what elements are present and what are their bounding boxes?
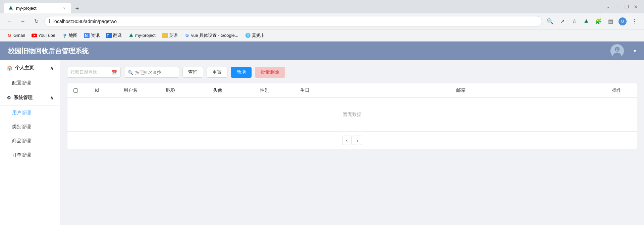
new-tab-button[interactable]: + — [72, 4, 82, 13]
vue-settings-icon: G — [184, 33, 190, 38]
query-button[interactable]: 查询 — [182, 67, 203, 78]
sidebar-home-chevron: ∧ — [50, 65, 53, 71]
svg-text:T: T — [107, 33, 109, 37]
bookmark-youtube[interactable]: YouTube — [29, 31, 58, 40]
menu-button[interactable]: ⋮ — [629, 16, 640, 27]
window-maximize-button[interactable]: ❐ — [623, 3, 631, 11]
sidebar-product-mgmt-label: 商品管理 — [12, 138, 31, 143]
bookmark-monica-label: 莫妮卡 — [252, 32, 265, 39]
sidebar-item-product-mgmt[interactable]: 商品管理 — [0, 134, 60, 148]
add-button[interactable]: 新增 — [231, 67, 252, 78]
select-all-checkbox[interactable] — [73, 88, 78, 93]
app-header: 校园旧物回收后台管理系统 ▾ — [0, 42, 644, 60]
data-table: id 用户名 昵称 头像 性别 生日 邮箱 操作 暂无数据 ‹ › — [67, 83, 637, 149]
bookmark-vue-settings-label: vue 具体设置 - Google... — [191, 32, 238, 39]
reset-button[interactable]: 重置 — [207, 67, 227, 78]
bookmark-maps-label: 地图 — [69, 32, 77, 39]
col-nickname: 昵称 — [151, 87, 191, 93]
col-birthday: 生日 — [285, 87, 325, 93]
window-minimize-button[interactable]: − — [613, 3, 621, 11]
youtube-icon — [32, 33, 37, 38]
sidebar-config[interactable]: 配置管理 — [0, 76, 60, 90]
bookmark-translate-label: 翻译 — [113, 32, 122, 39]
date-search-placeholder: 按照日期查找 — [71, 69, 97, 75]
header-avatar[interactable] — [610, 44, 624, 58]
table-body: 暂无数据 — [67, 98, 637, 131]
bookmark-myproject-label: my-project — [135, 33, 156, 38]
batch-delete-button[interactable]: 批量删除 — [255, 67, 285, 78]
header-dropdown-button[interactable]: ▾ — [634, 48, 636, 54]
sidebar-system[interactable]: ⚙ 系统管理 ∧ — [0, 90, 60, 106]
browser-tab[interactable]: my-project × — [4, 3, 71, 13]
col-username: 用户名 — [110, 87, 151, 93]
maps-icon — [62, 33, 67, 38]
svg-rect-14 — [162, 33, 168, 38]
next-page-button[interactable]: › — [353, 136, 362, 145]
sidebar-home[interactable]: 🏠 个人主页 ∧ — [0, 60, 60, 76]
sidebar-item-category-mgmt[interactable]: 类别管理 — [0, 120, 60, 134]
profile-button[interactable]: U — [617, 16, 628, 27]
bookmarks-bar: G Gmail YouTube 地图 N 资讯 — [0, 29, 644, 42]
svg-text:N: N — [85, 33, 88, 37]
bookmark-vue-settings[interactable]: G vue 具体设置 - Google... — [182, 31, 241, 40]
empty-text: 暂无数据 — [329, 98, 375, 131]
url-text: localhost:8080/admin/pagetwo — [53, 19, 117, 24]
sidebar: 🏠 个人主页 ∧ 配置管理 ⚙ 系统管理 ∧ 用户管理 — [0, 60, 60, 225]
tab-close-button[interactable]: × — [62, 5, 67, 11]
name-search-field[interactable] — [135, 70, 175, 75]
pagination: ‹ › — [67, 131, 637, 149]
svg-point-7 — [64, 34, 65, 35]
gmail-icon: G — [7, 33, 12, 38]
forward-button[interactable]: → — [17, 16, 28, 27]
sidebar-item-user-mgmt[interactable]: 用户管理 — [0, 106, 60, 120]
bookmark-news-label: 资讯 — [91, 32, 100, 39]
search-button[interactable]: 🔍 — [545, 16, 555, 27]
table-header: id 用户名 昵称 头像 性别 生日 邮箱 操作 — [67, 83, 637, 98]
bookmark-youtube-label: YouTube — [38, 33, 55, 38]
bookmark-gmail-label: Gmail — [13, 33, 25, 38]
myproject-icon — [128, 33, 134, 38]
sidebar-config-label: 配置管理 — [12, 80, 31, 85]
bookmark-english[interactable]: 英语 — [160, 31, 180, 40]
extensions-button[interactable]: 🧩 — [593, 16, 604, 27]
share-button[interactable]: ↗ — [557, 16, 568, 27]
svg-point-18 — [616, 49, 616, 49]
bookmark-translate[interactable]: T 翻译 — [104, 31, 124, 40]
sidebar-order-mgmt-label: 订单管理 — [12, 152, 31, 157]
translate-icon: T — [106, 33, 112, 38]
app-title: 校园旧物回收后台管理系统 — [8, 47, 89, 56]
bookmark-monica[interactable]: 🌐 莫妮卡 — [243, 31, 268, 40]
sidebar-user-mgmt-label: 用户管理 — [12, 110, 31, 115]
back-button[interactable]: ← — [4, 16, 15, 27]
col-gender: 性别 — [245, 87, 285, 93]
security-icon: ℹ — [49, 18, 51, 24]
bookmark-english-label: 英语 — [169, 32, 178, 39]
date-search-input[interactable]: 按照日期查找 📅 — [67, 67, 121, 78]
tab-favicon — [8, 5, 13, 11]
address-bar[interactable]: ℹ localhost:8080/admin/pagetwo — [44, 16, 542, 27]
sidebar-toggle-button[interactable]: ▤ — [605, 16, 616, 27]
bookmark-gmail[interactable]: G Gmail — [4, 31, 28, 40]
search-icon: 🔍 — [128, 70, 133, 75]
bookmark-button[interactable]: ☆ — [569, 16, 580, 27]
svg-point-16 — [615, 47, 620, 52]
name-search-input[interactable]: 🔍 — [124, 67, 179, 78]
prev-page-button[interactable]: ‹ — [342, 136, 352, 145]
sidebar-system-chevron: ∧ — [50, 95, 53, 100]
main-content: 按照日期查找 📅 🔍 查询 重置 新增 批量删除 — [60, 60, 644, 225]
col-id: id — [84, 87, 110, 93]
sidebar-category-mgmt-label: 类别管理 — [12, 124, 31, 129]
vuejs-extension-button[interactable] — [581, 16, 592, 27]
home-icon: 🏠 — [7, 65, 12, 71]
col-email: 邮箱 — [325, 87, 597, 93]
reload-button[interactable]: ↻ — [31, 16, 42, 27]
window-chevron-button[interactable]: ⌄ — [604, 3, 612, 11]
calendar-icon: 📅 — [112, 70, 117, 75]
bookmark-maps[interactable]: 地图 — [59, 31, 80, 40]
window-close-button[interactable]: ✕ — [632, 3, 640, 11]
bookmark-news[interactable]: N 资讯 — [82, 31, 102, 40]
toolbar: 按照日期查找 📅 🔍 查询 重置 新增 批量删除 — [67, 67, 637, 78]
bookmark-myproject[interactable]: my-project — [126, 31, 158, 40]
sidebar-system-label: 系统管理 — [14, 95, 33, 101]
sidebar-item-order-mgmt[interactable]: 订单管理 — [0, 148, 60, 162]
